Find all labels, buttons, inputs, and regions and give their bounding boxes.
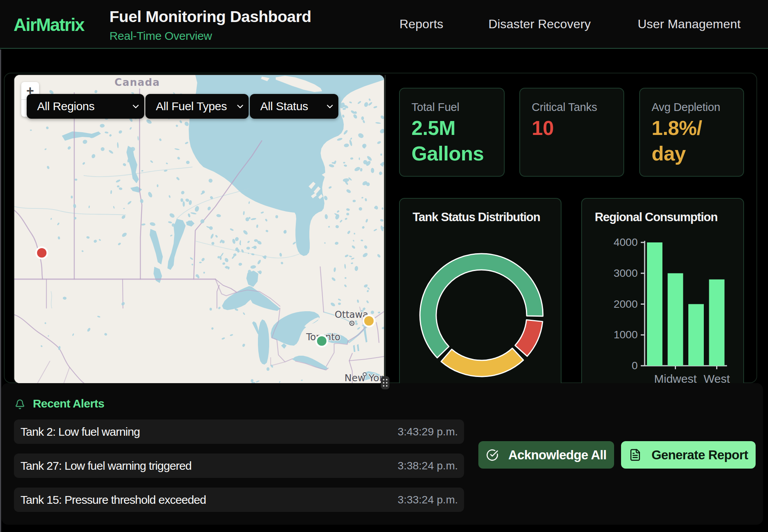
bar-chart-xlabel: West [704,372,730,383]
donut-segment-critical [515,320,543,356]
generate-report-button[interactable]: Generate Report [621,441,756,469]
recent-alerts-panel: Recent Alerts Tank 2: Low fuel warning 3… [2,383,763,525]
bar-chart-ytick: 0 [631,360,638,372]
stat-value: 2.5M [411,115,504,141]
alert-row[interactable]: Tank 2: Low fuel warning 3:43:29 p.m. [14,419,464,444]
alerts-heading-text: Recent Alerts [33,397,104,410]
window-edge [0,49,1,532]
stat-label: Total Fuel [411,101,504,114]
bar-chart-ytick: 4000 [614,236,638,248]
chevron-down-icon [236,102,244,111]
tank-marker-normal[interactable] [316,336,328,347]
alert-message: Tank 15: Pressure threshold exceeded [20,493,206,506]
nav-item-reports[interactable]: Reports [399,17,443,31]
page-subtitle: Real-Time Overview [109,29,311,43]
bar-series-2 [688,304,704,366]
bar-West [709,280,725,366]
grip-dot [383,382,384,384]
stat-value: day [652,141,743,166]
alert-message: Tank 27: Low fuel warning triggered [20,459,191,472]
alert-row[interactable]: Tank 15: Pressure threshold exceeded 3:3… [14,488,464,512]
stat-label: Avg Depletion [652,101,743,114]
regional-consumption-bar-chart: 01000200030004000MidwestWest [582,199,743,383]
alert-row[interactable]: Tank 27: Low fuel warning triggered 3:38… [14,454,464,478]
title-block: Fuel Monitoring Dashboard Real-Time Over… [109,8,311,43]
bell-icon [15,398,25,410]
check-circle-icon [486,449,498,461]
alert-message: Tank 2: Low fuel warning [20,425,140,438]
status-filter-select[interactable]: All Status [250,94,338,119]
stat-value: Gallons [411,141,504,166]
bar-series-0 [647,242,662,366]
acknowledge-all-label: Acknowledge All [509,448,607,462]
fuel-filter-value: All Fuel Types [156,100,227,113]
fuel-type-filter-select[interactable]: All Fuel Types [145,94,249,119]
bar-chart-ytick: 2000 [614,298,638,310]
status-filter-value: All Status [260,100,308,113]
stat-value: 10 [532,115,623,141]
app-header: AirMatrix Fuel Monitoring Dashboard Real… [0,0,768,49]
bar-chart-ytick: 1000 [614,329,638,341]
stats-pane: Total Fuel 2.5M Gallons Critical Tanks 1… [386,73,756,383]
alert-timestamp: 3:38:24 p.m. [398,460,458,472]
stat-card-avg-depletion: Avg Depletion 1.8%/ day [639,88,744,177]
tank-marker-critical[interactable] [36,247,48,259]
map-filters: All Regions All Fuel Types All Status [27,94,338,119]
region-filter-value: All Regions [37,100,94,113]
alerts-heading: Recent Alerts [15,397,104,410]
grip-dot [386,382,387,384]
alert-timestamp: 3:33:24 p.m. [398,494,458,506]
bar-Midwest [668,273,683,366]
bar-chart-xlabel: Midwest [654,372,697,383]
chevron-down-icon [131,102,140,111]
stat-card-critical-tanks: Critical Tanks 10 [519,88,624,177]
donut-segment-warning [441,348,524,377]
map[interactable]: CanadaOttawaTorontoNew York + − All Regi… [14,75,384,383]
grip-dot [383,379,384,380]
bar-chart-card: Regional Consumption 01000200030004000Mi… [581,198,744,383]
bar-chart-ytick: 3000 [614,267,638,279]
file-text-icon [629,448,642,461]
grip-dot [383,385,384,387]
alert-timestamp: 3:43:29 p.m. [398,426,458,438]
map-place-label: Canada [114,77,160,88]
map-canvas[interactable]: CanadaOttawaTorontoNew York [14,75,384,383]
grip-dot [386,385,387,387]
splitter-grip-handle[interactable] [381,376,389,389]
grip-dot [386,379,387,380]
stat-value: 1.8%/ [652,115,743,141]
nav-item-user-management[interactable]: User Management [638,17,741,31]
stat-label: Critical Tanks [532,101,623,114]
chevron-down-icon [326,102,334,111]
generate-report-label: Generate Report [652,448,748,462]
page-title: Fuel Monitoring Dashboard [109,8,311,26]
donut-chart-card: Tank Status Distribution [399,198,561,383]
tank-status-donut-chart [400,199,561,383]
nav-item-disaster-recovery[interactable]: Disaster Recovery [488,17,591,31]
region-filter-select[interactable]: All Regions [27,94,144,119]
stat-card-total-fuel: Total Fuel 2.5M Gallons [399,88,505,177]
tank-marker-warning[interactable] [364,315,375,327]
brand-logo: AirMatrix [14,14,84,35]
acknowledge-all-button[interactable]: Acknowledge All [478,441,614,469]
